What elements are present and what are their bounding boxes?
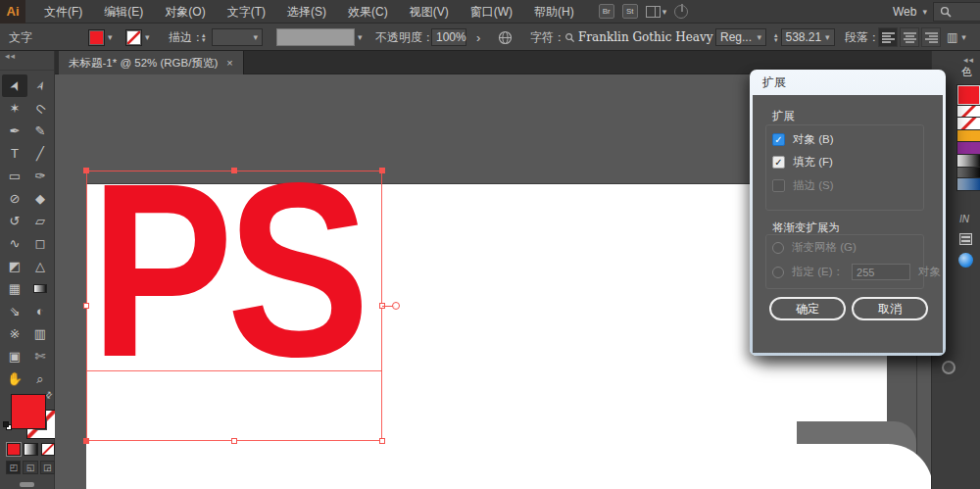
line-segment-tool[interactable]: ╱	[27, 142, 53, 165]
screen-mode-button[interactable]	[20, 482, 34, 487]
menu-item[interactable]: 帮助(H)	[523, 0, 585, 24]
selection-handle-bottom-right[interactable]	[379, 438, 385, 444]
panel-thumbnail-icon[interactable]	[959, 233, 972, 245]
cancel-button[interactable]: 取消	[852, 297, 928, 320]
hand-tool[interactable]: ✋	[2, 367, 27, 390]
pen-tool[interactable]: ✒	[2, 120, 27, 142]
zoom-tool[interactable]: ⌕	[27, 367, 53, 390]
workspace-switcher[interactable]: Web ▾	[887, 3, 933, 21]
font-style-select[interactable]: Reg...▾	[715, 28, 766, 46]
search-field[interactable]	[933, 2, 980, 22]
selection-handle-bottom-left[interactable]	[83, 438, 89, 444]
fill-color-swatch[interactable]	[88, 29, 105, 46]
swatch-gradient[interactable]	[956, 155, 980, 168]
curvature-pen-tool[interactable]: ✎	[27, 120, 53, 142]
perspective-grid-tool[interactable]: △	[27, 255, 53, 277]
font-size-stepper[interactable]: ▴▾	[774, 32, 778, 42]
brush-definition-select[interactable]	[276, 28, 355, 46]
width-tool[interactable]: ∿	[2, 232, 27, 255]
stroke-weight-select[interactable]: ▾	[212, 28, 263, 46]
color-button[interactable]	[7, 443, 21, 456]
dialog-title[interactable]: 扩展	[753, 70, 943, 95]
eraser-tool[interactable]: ◆	[27, 187, 53, 210]
lasso-tool[interactable]: ⊂	[27, 97, 53, 120]
dock-collapse-icon[interactable]: ◂◂	[963, 55, 974, 65]
selection-handle-top-right[interactable]	[379, 168, 385, 173]
none-button[interactable]	[41, 443, 55, 456]
text-out-port[interactable]	[392, 302, 400, 310]
artboard-tool[interactable]: ▣	[2, 345, 27, 367]
blend-tool[interactable]: ◐	[27, 300, 53, 322]
selection-handle-middle-left[interactable]	[83, 303, 89, 309]
opacity-expand-chevron[interactable]: ›	[476, 24, 480, 51]
close-icon[interactable]: ×	[226, 57, 232, 69]
selection-handle-top-center[interactable]	[231, 168, 237, 173]
type-tool[interactable]: T	[2, 142, 27, 165]
mesh-tool[interactable]: ▦	[2, 277, 27, 300]
collapsed-panel-circle-icon[interactable]	[942, 361, 956, 374]
slice-tool[interactable]: ✄	[27, 345, 53, 367]
paintbrush-tool[interactable]: ✑	[27, 165, 53, 187]
default-fill-stroke-icon[interactable]	[3, 421, 13, 430]
menu-item[interactable]: 窗口(W)	[460, 0, 523, 24]
document-setup-globe-icon[interactable]	[498, 30, 513, 45]
stroke-color-swatch[interactable]	[125, 29, 142, 46]
magic-wand-tool[interactable]: ✶	[2, 97, 27, 120]
checkbox-checked-icon[interactable]: ✓	[772, 156, 785, 169]
align-center-button[interactable]	[900, 27, 919, 47]
gradient-tool[interactable]	[27, 277, 53, 300]
blue-sphere-icon[interactable]	[958, 253, 973, 268]
chevron-down-icon[interactable]: ▾	[108, 32, 113, 42]
object-checkbox-row[interactable]: ✓ 对象 (B)	[772, 132, 834, 147]
bridge-button[interactable]: Br	[599, 4, 614, 19]
font-size-select[interactable]: 538.21▾	[781, 28, 835, 46]
menu-item[interactable]: 对象(O)	[154, 0, 216, 24]
chevron-down-icon[interactable]: ▾	[145, 32, 150, 42]
swatch-dark-gradient[interactable]	[956, 168, 980, 178]
swatch-red[interactable]	[956, 84, 980, 106]
eyedropper-tool[interactable]: ⇘	[2, 300, 27, 322]
swatch-purple[interactable]	[956, 142, 980, 155]
align-right-button[interactable]	[921, 27, 941, 47]
share-icon[interactable]	[674, 5, 688, 19]
align-left-button[interactable]	[878, 27, 898, 47]
selection-handle-top-left[interactable]	[83, 168, 89, 173]
panel-icon[interactable]: ▥	[947, 30, 957, 44]
shape-builder-tool[interactable]: ◩	[2, 255, 27, 277]
draw-normal-button[interactable]: ◰	[6, 461, 21, 474]
fill-proxy[interactable]	[11, 394, 46, 429]
menu-item[interactable]: 视图(V)	[399, 0, 460, 24]
menu-item[interactable]: 编辑(E)	[93, 0, 154, 24]
swatch-blue[interactable]	[956, 178, 980, 191]
free-transform-tool[interactable]: ◻	[27, 232, 53, 255]
chevron-down-icon[interactable]: ▾	[961, 32, 966, 42]
column-graph-tool[interactable]: ▥	[27, 322, 53, 345]
fill-checkbox-row[interactable]: ✓ 填充 (F)	[772, 155, 833, 170]
checkbox-checked-icon[interactable]: ✓	[772, 133, 785, 146]
font-family-select[interactable]: Franklin Gothic Heavy	[578, 30, 712, 44]
stock-button[interactable]: St	[622, 4, 638, 19]
rectangle-tool[interactable]: ▭	[2, 165, 27, 187]
rotate-tool[interactable]: ↺	[2, 210, 27, 232]
chevron-down-icon[interactable]: ▾	[358, 32, 363, 42]
menu-item[interactable]: 文件(F)	[33, 0, 93, 24]
panel-collapse-icon[interactable]: ◂◂	[0, 51, 54, 63]
swatch-none[interactable]	[956, 118, 980, 130]
draw-behind-button[interactable]: ◱	[23, 461, 37, 474]
scale-tool[interactable]: ▱	[27, 210, 53, 232]
gradient-button[interactable]	[24, 443, 37, 456]
document-tab[interactable]: 未标题-1* @ 52% (RGB/预览) ×	[59, 51, 244, 74]
direct-selection-tool[interactable]: ➢	[27, 74, 53, 97]
arrange-documents-button[interactable]: ▾	[646, 6, 667, 18]
panel-grip[interactable]	[0, 63, 54, 71]
opacity-value[interactable]: 100%	[431, 28, 466, 46]
menu-item[interactable]: 选择(S)	[276, 0, 337, 24]
swatch-none-small[interactable]	[956, 106, 980, 118]
menu-item[interactable]: 文字(T)	[217, 0, 276, 24]
ok-button[interactable]: 确定	[769, 297, 846, 320]
selection-tool[interactable]: ➤	[2, 74, 27, 97]
menu-item[interactable]: 效果(C)	[337, 0, 399, 24]
draw-inside-button[interactable]: ◲	[40, 461, 55, 474]
stroke-stepper[interactable]: ▴▾	[202, 32, 206, 42]
selection-handle-bottom-center[interactable]	[231, 438, 237, 444]
